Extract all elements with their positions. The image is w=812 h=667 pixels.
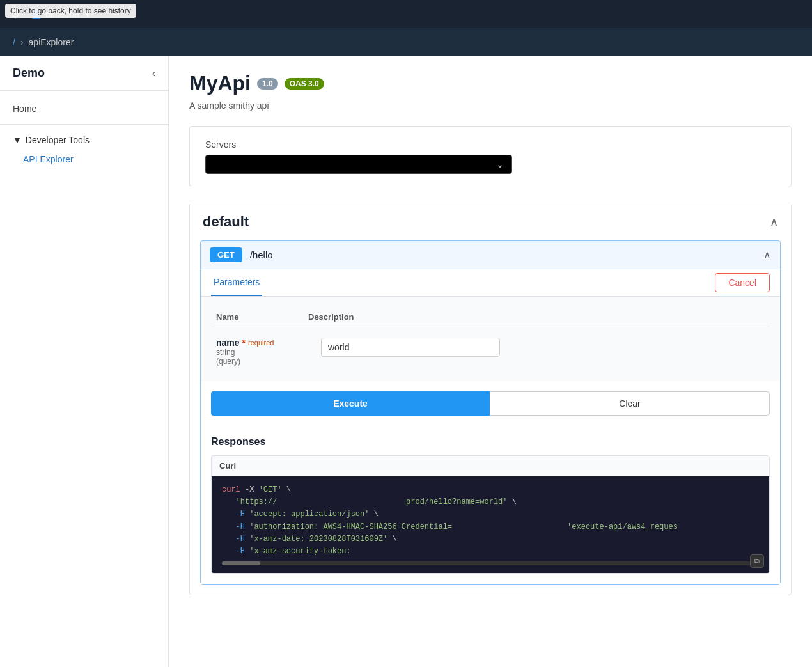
curl-line-1: curl -X 'GET' \ [222,484,759,496]
execute-button[interactable]: Execute [211,391,490,416]
sidebar-section-developer-tools[interactable]: ▼ Developer Tools [0,130,168,150]
section-triangle-icon: ▼ [13,135,22,145]
curl-label: Curl [212,456,769,476]
curl-scrollbar-thumb[interactable] [222,561,260,565]
param-name-input[interactable] [321,338,500,357]
curl-header-accept: 'accept: application/json' [249,510,369,519]
param-input-col [321,338,500,357]
sidebar-item-api-explorer[interactable]: API Explorer [0,150,168,168]
breadcrumb-bar: / › apiExplorer [0,28,812,56]
param-type: string [216,348,306,357]
curl-indent-5 [222,535,231,544]
sidebar: Demo ‹ Home ▼ Developer Tools API Explor… [0,56,169,667]
curl-indent-2 [222,498,231,506]
curl-line-2: 'https:// prod/hello?name=world' \ [222,496,759,508]
section-label: Developer Tools [26,135,90,145]
curl-backslash-1: \ [286,485,291,494]
curl-flag-h1: -H [236,510,245,519]
curl-backslash-2: \ [512,498,517,506]
default-section-header[interactable]: default ∧ [190,203,791,240]
breadcrumb-separator: › [20,37,24,47]
param-name-column: name * required string (query) [216,338,306,366]
responses-section: Responses Curl curl -X 'GET' \ [201,426,780,584]
endpoint-header[interactable]: GET /hello ∧ [201,241,780,269]
default-section: default ∧ GET /hello ∧ Parameters Cancel [189,203,792,595]
main-content: MyApi 1.0 OAS 3.0 A sample smithy api Se… [169,56,812,667]
curl-copy-button[interactable]: ⧉ [750,554,764,568]
servers-select[interactable]: ⌄ [205,155,512,174]
curl-body: curl -X 'GET' \ 'https:// prod/hello?nam… [212,476,769,573]
method-badge: GET [210,247,242,262]
curl-card: Curl curl -X 'GET' \ [211,455,770,574]
params-table: Name Description name * required string [201,297,780,381]
servers-label: Servers [205,139,776,150]
endpoint-left: GET /hello [210,247,273,262]
servers-chevron-icon: ⌄ [496,159,504,169]
main-layout: Demo ‹ Home ▼ Developer Tools API Explor… [0,56,812,667]
sidebar-title: Demo [13,67,45,80]
curl-header-token: 'x-amz-security-token: [249,547,406,556]
curl-indent-4 [222,522,231,531]
curl-line-6: -H 'x-amz-security-token: [222,545,759,558]
clear-button[interactable]: Clear [490,391,770,416]
action-buttons: Execute Clear [211,391,770,416]
sidebar-nav: Home ▼ Developer Tools API Explorer [0,91,168,176]
param-name-label: name * required [216,338,306,348]
endpoint-body: Parameters Cancel Name Description na [201,269,780,584]
responses-title: Responses [211,436,770,448]
curl-flag-h2: -H [236,522,245,531]
default-chevron-icon: ∧ [770,215,778,229]
description-column-header: Description [308,312,385,322]
name-column-header: Name [216,312,293,322]
param-name-text: name [216,338,240,348]
sidebar-item-home[interactable]: Home [0,98,168,119]
curl-header-auth: 'authorization: AWS4-HMAC-SHA256 Credent… [249,522,678,531]
default-section-title: default [203,214,249,230]
sidebar-header: Demo ‹ [0,56,168,91]
breadcrumb-current: apiExplorer [29,37,74,47]
curl-line-4: -H 'authorization: AWS4-HMAC-SHA256 Cred… [222,521,759,533]
curl-line-3: -H 'accept: application/json' \ [222,508,759,521]
api-description: A sample smithy api [189,100,792,111]
endpoint-chevron-icon: ∧ [763,249,771,261]
required-badge: required [248,339,274,347]
curl-backslash-3: \ [374,510,379,519]
curl-flag-h4: -H [236,547,245,556]
param-row-name: name * required string (query) [211,333,770,371]
curl-command: curl [222,485,240,494]
oas-badge: OAS 3.0 [285,78,324,90]
back-tooltip: Click to go back, hold to see history [5,4,136,18]
sidebar-divider [0,124,168,125]
params-header-row: Name Description [211,307,770,327]
top-nav: Click to go back, hold to see history ⚙ … [0,0,812,28]
endpoint-card: GET /hello ∧ Parameters Cancel Name [200,240,781,585]
version-badge: 1.0 [257,78,278,90]
breadcrumb-home-link[interactable]: / [13,37,15,47]
curl-indent-6 [222,547,231,556]
curl-method-value: 'GET' [259,485,282,494]
endpoint-path: /hello [250,249,273,260]
curl-backslash-5: \ [392,535,396,544]
curl-line-5: -H 'x-amz-date: 20230828T031609Z' \ [222,533,759,545]
endpoint-tabs: Parameters Cancel [201,269,780,297]
curl-url: 'https:// prod/hello?name=world' [236,498,508,506]
api-title: MyApi [189,72,251,95]
curl-header-date: 'x-amz-date: 20230828T031609Z' [249,535,387,544]
curl-flag-x: -X [245,485,259,494]
sidebar-collapse-button[interactable]: ‹ [152,68,155,79]
curl-scrollbar[interactable] [222,561,759,565]
api-title-row: MyApi 1.0 OAS 3.0 [189,72,792,95]
tab-parameters[interactable]: Parameters [211,269,262,296]
curl-flag-h3: -H [236,535,245,544]
servers-card: Servers ⌄ [189,126,792,187]
cancel-button[interactable]: Cancel [715,273,770,292]
curl-indent-3 [222,510,231,519]
param-location: (query) [216,357,306,366]
